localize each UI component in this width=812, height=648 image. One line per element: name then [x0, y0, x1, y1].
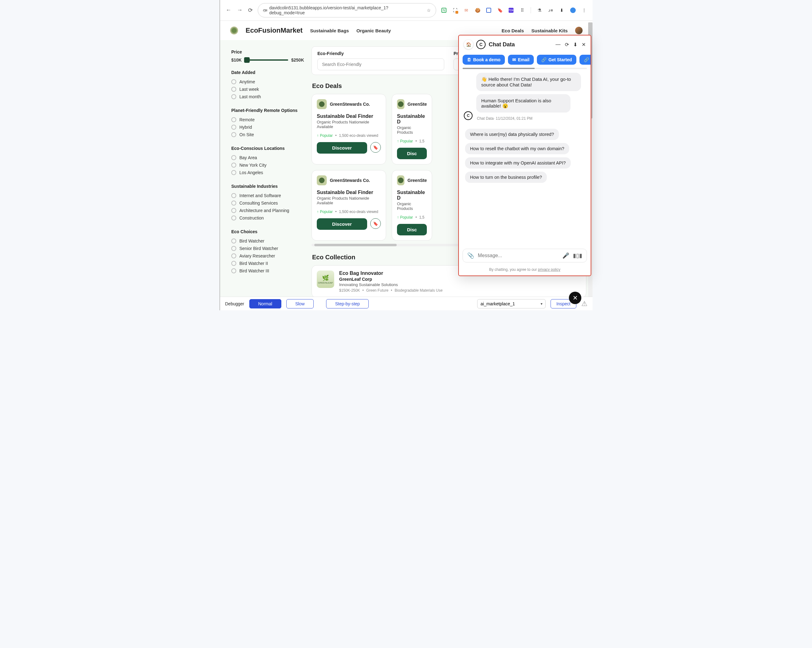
- debugger-mode-slow[interactable]: Slow: [286, 299, 314, 309]
- chat-close-fab[interactable]: ✕: [569, 292, 582, 304]
- company-logo-icon: [397, 175, 404, 185]
- greenleaf-logo-icon: 🌿GREENLEAF: [317, 271, 334, 288]
- url-bar[interactable]: ⎋≡ davidcolin5131.bubbleapps.io/version-…: [258, 3, 436, 17]
- ext-icon-7[interactable]: TDK: [508, 8, 514, 13]
- choice-radio[interactable]: Bird Watcher: [231, 237, 304, 245]
- ext-icon-2[interactable]: ⛶: [452, 8, 458, 13]
- company-logo-icon: [317, 99, 327, 109]
- ext-icon-4[interactable]: 🍪: [475, 8, 480, 13]
- deal-company: GreenStewards Co.: [330, 102, 370, 107]
- link-icon: 🔗: [541, 57, 546, 62]
- remote-radio[interactable]: Remote: [231, 116, 304, 124]
- microphone-icon[interactable]: 🎤: [562, 252, 569, 259]
- nav-eco-deals[interactable]: Eco Deals: [502, 28, 524, 33]
- back-icon[interactable]: ←: [226, 7, 231, 14]
- extensions-puzzle-icon[interactable]: ⠿: [519, 8, 525, 13]
- deal-subtitle: Organic Products: [397, 202, 427, 211]
- discover-button[interactable]: Discover: [317, 142, 367, 154]
- choice-radio[interactable]: Aviary Researcher: [231, 252, 304, 260]
- ind-radio[interactable]: Construction: [231, 214, 304, 222]
- labs-icon[interactable]: ⚗: [537, 8, 542, 13]
- bookmark-star-icon[interactable]: ☆: [427, 8, 431, 13]
- refresh-icon[interactable]: ⟳: [565, 42, 569, 47]
- ind-radio[interactable]: Consulting Services: [231, 199, 304, 207]
- minimize-icon[interactable]: —: [556, 42, 560, 47]
- suggestion-button[interactable]: How to resell the chatbot with my own do…: [465, 143, 569, 154]
- chips-scrollbar[interactable]: [462, 68, 587, 69]
- suggestion-button[interactable]: Where is user(my) data physically stored…: [465, 129, 559, 140]
- company-logo-icon: [317, 175, 327, 185]
- site-settings-icon[interactable]: ⎋≡: [263, 8, 267, 13]
- user-avatar-icon[interactable]: [575, 27, 583, 34]
- price-max: $250K: [291, 58, 304, 63]
- audio-wave-icon[interactable]: ▮▯▮: [573, 252, 582, 259]
- nav-sustainable-kits[interactable]: Sustainable Kits: [531, 28, 568, 33]
- debugger-step-button[interactable]: Step-by-step: [326, 299, 369, 309]
- warning-icon[interactable]: ⚠: [582, 300, 588, 308]
- chat-widget: 🏠 C Chat Data — ⟳ ⬇ ✕ 🗓Book a demo ✉Emai…: [458, 35, 591, 276]
- ext-icon-1[interactable]: N: [441, 8, 447, 13]
- loc-radio[interactable]: Los Angeles: [231, 169, 304, 176]
- choice-radio[interactable]: Bird Watcher II: [231, 260, 304, 267]
- suggestion-button[interactable]: How to integrate with my OpenAI assistan…: [465, 157, 571, 168]
- filter-price-title: Price: [231, 49, 304, 54]
- date-radio[interactable]: Last week: [231, 86, 304, 93]
- link-icon: 🔗: [584, 57, 589, 62]
- bot-message: Human Support Escalation is also availab…: [476, 94, 571, 113]
- discover-button[interactable]: Disc: [397, 224, 427, 235]
- discover-button[interactable]: Disc: [397, 148, 427, 159]
- debugger-mode-normal[interactable]: Normal: [249, 299, 281, 309]
- kebab-menu-icon[interactable]: ⋮: [582, 8, 587, 13]
- download-icon[interactable]: ⬇: [559, 8, 565, 13]
- chip-get-started[interactable]: 🔗Get Started: [537, 55, 576, 65]
- bookmark-button[interactable]: 🔖: [370, 142, 381, 153]
- close-icon[interactable]: ✕: [582, 42, 586, 47]
- chip-chatbot[interactable]: 🔗Chatbot C: [580, 55, 591, 65]
- loc-radio[interactable]: New York City: [231, 161, 304, 169]
- chip-book-demo[interactable]: 🗓Book a demo: [462, 55, 505, 65]
- choice-radio[interactable]: Bird Watcher III: [231, 267, 304, 275]
- nav-organic-beauty[interactable]: Organic Beauty: [356, 28, 391, 33]
- ext-icon-3[interactable]: ✉: [464, 8, 469, 13]
- loc-radio[interactable]: Bay Area: [231, 154, 304, 161]
- date-radio[interactable]: Last month: [231, 93, 304, 101]
- search-eco-input[interactable]: [317, 58, 444, 70]
- collection-desc: Innovating Sustainable Solutions: [339, 282, 443, 287]
- chip-email[interactable]: ✉Email: [508, 55, 534, 65]
- discover-button[interactable]: Discover: [317, 218, 367, 230]
- reload-icon[interactable]: ⟳: [248, 7, 253, 14]
- bot-avatar-icon: C: [464, 111, 473, 120]
- popular-badge: ↑Popular: [397, 215, 413, 220]
- mail-icon: ✉: [512, 57, 516, 62]
- choice-radio[interactable]: Senior Bird Watcher: [231, 245, 304, 252]
- attachment-icon[interactable]: 📎: [467, 252, 474, 259]
- chat-message-input[interactable]: [478, 253, 559, 258]
- privacy-policy-link[interactable]: privacy policy: [538, 267, 560, 272]
- remote-radio[interactable]: Hybrid: [231, 124, 304, 131]
- arrow-up-icon: ↑: [397, 139, 399, 143]
- debugger-page-select[interactable]: ai_marketplace_1: [477, 299, 546, 309]
- download-chat-icon[interactable]: ⬇: [573, 42, 577, 47]
- forward-icon[interactable]: →: [237, 7, 243, 14]
- date-radio[interactable]: Anytime: [231, 78, 304, 86]
- deal-company: GreenSte: [408, 102, 427, 107]
- collection-company: GreenLeaf Corp: [339, 277, 443, 282]
- suggestion-button[interactable]: How to turn on the business profile?: [465, 172, 547, 183]
- chat-home-icon[interactable]: 🏠: [464, 40, 473, 49]
- bookmark-button[interactable]: 🔖: [370, 218, 381, 229]
- ext-icon-6[interactable]: 🔖: [497, 8, 503, 13]
- filters-sidebar: Price $10K $250K Date Added Anytime Last…: [226, 46, 304, 298]
- ind-radio[interactable]: Architecture and Planning: [231, 207, 304, 214]
- price-slider[interactable]: [245, 60, 288, 61]
- ext-icon-5[interactable]: [486, 8, 491, 13]
- playlist-icon[interactable]: ♪≡: [548, 8, 553, 13]
- deal-subtitle: Organic Products: [397, 125, 427, 134]
- deal-card: GreenSte Sustainable D Organic Products …: [392, 170, 432, 241]
- bookmark-icon: 🔖: [373, 145, 379, 150]
- nav-sustainable-bags[interactable]: Sustainable Bags: [310, 28, 349, 33]
- ind-radio[interactable]: Internet and Software: [231, 192, 304, 199]
- arrow-up-icon: ↑: [397, 215, 399, 220]
- remote-radio[interactable]: On Site: [231, 131, 304, 138]
- extension-icons: N ⛶ ✉ 🍪 🔖 TDK ⠿ ⚗ ♪≡ ⬇ ⋮: [441, 7, 587, 13]
- profile-avatar-icon[interactable]: [570, 8, 576, 13]
